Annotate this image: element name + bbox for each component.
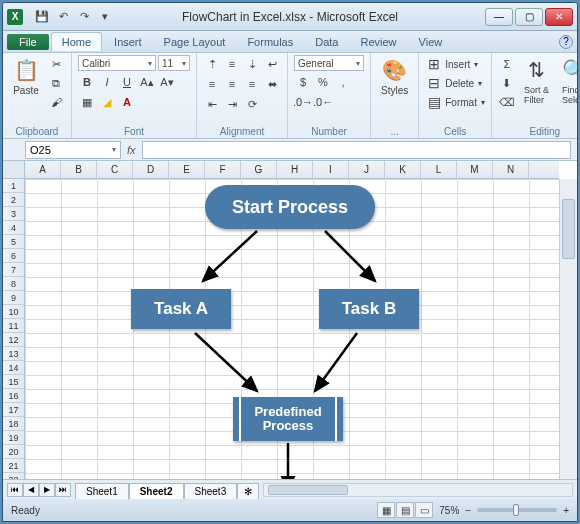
fx-label[interactable]: fx bbox=[127, 144, 136, 156]
new-sheet-button[interactable]: ✻ bbox=[237, 483, 259, 499]
sheet1-tab[interactable]: Sheet1 bbox=[75, 483, 129, 499]
row-header[interactable]: 17 bbox=[3, 403, 24, 417]
number-format-select[interactable]: General▾ bbox=[294, 55, 364, 71]
clear-button[interactable]: ⌫ bbox=[498, 93, 516, 111]
orientation-button[interactable]: ⟳ bbox=[243, 95, 261, 113]
font-size-select[interactable]: 11▾ bbox=[158, 55, 190, 71]
scrollbar-thumb[interactable] bbox=[562, 199, 575, 259]
column-header[interactable]: I bbox=[313, 161, 349, 178]
row-header[interactable]: 18 bbox=[3, 417, 24, 431]
normal-view-button[interactable]: ▦ bbox=[377, 502, 395, 518]
zoom-level[interactable]: 75% bbox=[439, 505, 459, 516]
paste-button[interactable]: 📋 Paste bbox=[9, 55, 43, 98]
tab-nav-last[interactable]: ⏭ bbox=[55, 483, 71, 497]
redo-button[interactable]: ↷ bbox=[75, 8, 93, 26]
save-button[interactable]: 💾 bbox=[33, 8, 51, 26]
page-layout-tab[interactable]: Page Layout bbox=[154, 33, 236, 51]
row-header[interactable]: 13 bbox=[3, 347, 24, 361]
start-terminator-shape[interactable]: Start Process bbox=[205, 185, 375, 229]
column-header[interactable]: E bbox=[169, 161, 205, 178]
column-header[interactable]: B bbox=[61, 161, 97, 178]
undo-button[interactable]: ↶ bbox=[54, 8, 72, 26]
home-tab[interactable]: Home bbox=[51, 32, 102, 51]
merge-button[interactable]: ⬌ bbox=[263, 75, 281, 93]
predefined-process-shape[interactable]: Predefined Process bbox=[233, 397, 343, 441]
row-header[interactable]: 20 bbox=[3, 445, 24, 459]
row-header[interactable]: 15 bbox=[3, 375, 24, 389]
sheet3-tab[interactable]: Sheet3 bbox=[184, 483, 238, 499]
column-header[interactable]: M bbox=[457, 161, 493, 178]
align-middle-button[interactable]: ≡ bbox=[223, 55, 241, 73]
column-header[interactable]: F bbox=[205, 161, 241, 178]
italic-button[interactable]: I bbox=[98, 73, 116, 91]
row-header[interactable]: 12 bbox=[3, 333, 24, 347]
shrink-font-button[interactable]: A▾ bbox=[158, 73, 176, 91]
column-header[interactable]: N bbox=[493, 161, 529, 178]
formulas-tab[interactable]: Formulas bbox=[237, 33, 303, 51]
autosum-button[interactable]: Σ bbox=[498, 55, 516, 73]
formula-bar[interactable] bbox=[142, 141, 571, 159]
tab-nav-next[interactable]: ▶ bbox=[39, 483, 55, 497]
row-header[interactable]: 3 bbox=[3, 207, 24, 221]
row-header[interactable]: 14 bbox=[3, 361, 24, 375]
format-cells-button[interactable]: ▤Format▾ bbox=[425, 93, 485, 111]
fill-button[interactable]: ⬇ bbox=[498, 74, 516, 92]
font-color-button[interactable]: A bbox=[118, 93, 136, 111]
row-header[interactable]: 6 bbox=[3, 249, 24, 263]
column-header[interactable]: L bbox=[421, 161, 457, 178]
help-button[interactable]: ? bbox=[559, 35, 573, 49]
align-center-button[interactable]: ≡ bbox=[223, 75, 241, 93]
styles-button[interactable]: 🎨 Styles bbox=[377, 55, 412, 98]
maximize-button[interactable]: ▢ bbox=[515, 8, 543, 26]
page-break-view-button[interactable]: ▭ bbox=[415, 502, 433, 518]
scrollbar-thumb[interactable] bbox=[268, 485, 348, 495]
currency-button[interactable]: $ bbox=[294, 73, 312, 91]
row-header[interactable]: 2 bbox=[3, 193, 24, 207]
vertical-scrollbar[interactable] bbox=[559, 179, 577, 479]
task-b-process-shape[interactable]: Task B bbox=[319, 289, 419, 329]
name-box[interactable]: O25▾ bbox=[25, 141, 121, 159]
bold-button[interactable]: B bbox=[78, 73, 96, 91]
increase-decimal-button[interactable]: .0→ bbox=[294, 93, 312, 111]
column-header[interactable]: D bbox=[133, 161, 169, 178]
row-header[interactable]: 8 bbox=[3, 277, 24, 291]
file-tab[interactable]: File bbox=[7, 34, 49, 50]
data-tab[interactable]: Data bbox=[305, 33, 348, 51]
zoom-slider-handle[interactable] bbox=[513, 504, 519, 516]
row-header[interactable]: 16 bbox=[3, 389, 24, 403]
row-header[interactable]: 9 bbox=[3, 291, 24, 305]
fill-color-button[interactable]: ◢ bbox=[98, 93, 116, 111]
page-layout-view-button[interactable]: ▤ bbox=[396, 502, 414, 518]
tab-nav-prev[interactable]: ◀ bbox=[23, 483, 39, 497]
underline-button[interactable]: U bbox=[118, 73, 136, 91]
row-header[interactable]: 19 bbox=[3, 431, 24, 445]
column-header[interactable]: A bbox=[25, 161, 61, 178]
delete-cells-button[interactable]: ⊟Delete▾ bbox=[425, 74, 482, 92]
font-name-select[interactable]: Calibri▾ bbox=[78, 55, 156, 71]
close-button[interactable]: ✕ bbox=[545, 8, 573, 26]
row-header[interactable]: 21 bbox=[3, 459, 24, 473]
borders-button[interactable]: ▦ bbox=[78, 93, 96, 111]
decrease-decimal-button[interactable]: .0← bbox=[314, 93, 332, 111]
column-header[interactable]: G bbox=[241, 161, 277, 178]
row-header[interactable]: 22 bbox=[3, 473, 24, 479]
align-bottom-button[interactable]: ⇣ bbox=[243, 55, 261, 73]
row-header[interactable]: 5 bbox=[3, 235, 24, 249]
row-header[interactable]: 4 bbox=[3, 221, 24, 235]
find-select-button[interactable]: 🔍 Find & Select bbox=[558, 55, 578, 107]
minimize-button[interactable]: — bbox=[485, 8, 513, 26]
column-header[interactable]: K bbox=[385, 161, 421, 178]
row-header[interactable]: 10 bbox=[3, 305, 24, 319]
format-painter-button[interactable]: 🖌 bbox=[47, 93, 65, 111]
tab-nav-first[interactable]: ⏮ bbox=[7, 483, 23, 497]
insert-cells-button[interactable]: ⊞Insert▾ bbox=[425, 55, 478, 73]
row-header[interactable]: 1 bbox=[3, 179, 24, 193]
zoom-out-button[interactable]: − bbox=[465, 505, 471, 516]
column-header[interactable]: J bbox=[349, 161, 385, 178]
insert-tab[interactable]: Insert bbox=[104, 33, 152, 51]
row-header[interactable]: 11 bbox=[3, 319, 24, 333]
increase-indent-button[interactable]: ⇥ bbox=[223, 95, 241, 113]
horizontal-scrollbar[interactable] bbox=[263, 483, 573, 497]
sheet2-tab[interactable]: Sheet2 bbox=[129, 483, 184, 499]
view-tab[interactable]: View bbox=[409, 33, 453, 51]
